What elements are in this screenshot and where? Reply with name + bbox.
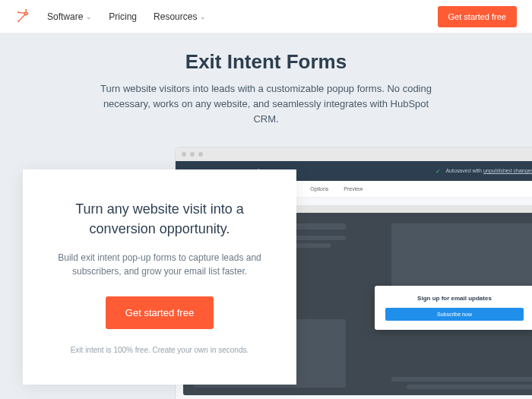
svg-line-4 xyxy=(19,12,24,13)
popup-title: Sign up for email updates xyxy=(385,295,524,302)
stage: Email Subscribers Pop-up✎ ✓Autosaved wit… xyxy=(30,147,502,399)
chevron-down-icon: ⌄ xyxy=(200,13,206,21)
popup-preview: Sign up for email updates Subscribe now xyxy=(375,286,532,330)
promo-card: Turn any website visit into a conversion… xyxy=(23,169,296,384)
nav-resources[interactable]: Resources⌄ xyxy=(154,11,206,22)
hubspot-logo-icon xyxy=(15,9,30,24)
top-nav: Software⌄ Pricing Resources⌄ Get started… xyxy=(0,0,532,33)
nav-software[interactable]: Software⌄ xyxy=(47,11,92,22)
card-title: Turn any website visit into a conversion… xyxy=(49,200,271,238)
window-chrome xyxy=(176,147,532,161)
get-started-button[interactable]: Get started free xyxy=(438,6,517,27)
card-fineprint: Exit intent is 100% free. Create your ow… xyxy=(49,346,271,354)
svg-point-7 xyxy=(25,12,27,14)
chevron-down-icon: ⌄ xyxy=(86,13,92,21)
tab-item[interactable]: Options xyxy=(310,186,328,192)
unpublished-link[interactable]: unpublished changes xyxy=(483,168,532,173)
check-icon: ✓ xyxy=(435,168,441,175)
card-body: Build exit intent pop-up forms to captur… xyxy=(49,251,271,278)
tab-item[interactable]: Preview xyxy=(344,186,363,192)
page-subtitle: Turn website visitors into leads with a … xyxy=(91,81,441,127)
nav-pricing[interactable]: Pricing xyxy=(109,11,137,22)
card-cta-button[interactable]: Get started free xyxy=(106,296,214,329)
nav-left: Software⌄ Pricing Resources⌄ xyxy=(15,9,206,24)
subscribe-button[interactable]: Subscribe now xyxy=(385,308,524,321)
hero: Exit Intent Forms Turn website visitors … xyxy=(0,33,532,399)
svg-line-5 xyxy=(19,14,25,21)
page-title: Exit Intent Forms xyxy=(30,50,502,74)
svg-point-1 xyxy=(17,11,19,13)
